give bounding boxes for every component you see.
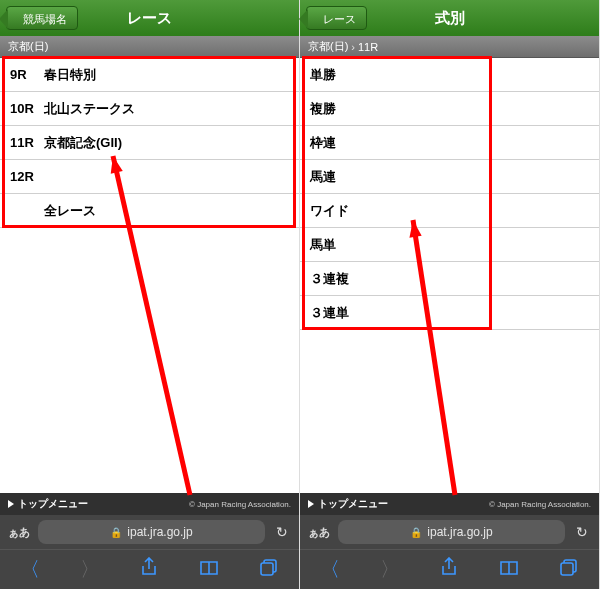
bottom-bar: トップメニュー © Japan Racing Association. [300,493,599,515]
screen-race-list: 競馬場名 レース 京都(日) 9R春日特別10R北山ステークス11R京都記念(G… [0,0,300,589]
reload-icon[interactable]: ↻ [571,524,593,540]
topbar: 競馬場名 レース [0,0,299,36]
safari-address-bar: ぁあ 🔒 ipat.jra.go.jp ↻ [0,515,299,549]
list-item[interactable]: 単勝 [300,58,599,92]
text-size-button[interactable]: ぁあ [6,525,32,540]
bet-type-name: 馬連 [310,168,589,186]
safari-toolbar: 〈 〉 [300,549,599,589]
list-item[interactable]: 10R北山ステークス [0,92,299,126]
list-item[interactable]: 枠連 [300,126,599,160]
screen-bet-type: レース 式別 京都(日) › 11R 単勝複勝枠連馬連ワイド馬単３連複３連単 ト… [300,0,600,589]
list-item[interactable]: ３連複 [300,262,599,296]
list-item[interactable]: 馬連 [300,160,599,194]
url-text: ipat.jra.go.jp [427,525,492,539]
race-name: 全レース [44,202,289,220]
reload-icon[interactable]: ↻ [271,524,293,540]
lock-icon: 🔒 [110,527,122,538]
bottom-bar: トップメニュー © Japan Racing Association. [0,493,299,515]
top-menu-link[interactable]: トップメニュー [308,497,388,511]
top-menu-label: トップメニュー [18,497,88,511]
bookmarks-button[interactable] [194,558,224,581]
list-item[interactable]: ３連単 [300,296,599,330]
list-item[interactable]: ワイド [300,194,599,228]
nav-back-button[interactable]: 〈 [15,556,45,583]
list-item[interactable]: 複勝 [300,92,599,126]
triangle-icon [8,500,14,508]
safari-address-bar: ぁあ 🔒 ipat.jra.go.jp ↻ [300,515,599,549]
race-list: 9R春日特別10R北山ステークス11R京都記念(GII)12R全レース [0,58,299,493]
url-field[interactable]: 🔒 ipat.jra.go.jp [338,520,565,544]
race-number: 12R [10,169,44,184]
tabs-button[interactable] [554,558,584,581]
list-item[interactable]: 12R [0,160,299,194]
list-item[interactable]: 馬単 [300,228,599,262]
race-name: 春日特別 [44,66,289,84]
breadcrumb-item: 11R [358,41,378,53]
url-field[interactable]: 🔒 ipat.jra.go.jp [38,520,265,544]
back-button[interactable]: 競馬場名 [6,6,78,30]
race-number: 9R [10,67,44,82]
tabs-button[interactable] [254,558,284,581]
share-button[interactable] [134,557,164,582]
race-name: 北山ステークス [44,100,289,118]
lock-icon: 🔒 [410,527,422,538]
nav-forward-button[interactable]: 〉 [75,556,105,583]
bet-type-name: ３連複 [310,270,589,288]
copyright: © Japan Racing Association. [189,500,291,509]
breadcrumb: 京都(日) [0,36,299,58]
topbar: レース 式別 [300,0,599,36]
share-button[interactable] [434,557,464,582]
bookmarks-button[interactable] [494,558,524,581]
breadcrumb-item: 京都(日) [8,39,48,54]
list-item[interactable]: 11R京都記念(GII) [0,126,299,160]
breadcrumb-item: 京都(日) [308,39,348,54]
top-menu-label: トップメニュー [318,497,388,511]
bet-type-name: 単勝 [310,66,589,84]
list-item[interactable]: 全レース [0,194,299,228]
bet-type-name: 枠連 [310,134,589,152]
text-size-button[interactable]: ぁあ [306,525,332,540]
bet-type-list: 単勝複勝枠連馬連ワイド馬単３連複３連単 [300,58,599,493]
race-number: 10R [10,101,44,116]
race-number: 11R [10,135,44,150]
bet-type-name: ワイド [310,202,589,220]
copyright: © Japan Racing Association. [489,500,591,509]
list-item[interactable]: 9R春日特別 [0,58,299,92]
svg-rect-7 [561,563,573,575]
nav-forward-button[interactable]: 〉 [375,556,405,583]
svg-rect-3 [261,563,273,575]
bet-type-name: ３連単 [310,304,589,322]
bet-type-name: 馬単 [310,236,589,254]
breadcrumb-sep: › [351,41,355,53]
race-name: 京都記念(GII) [44,134,289,152]
bet-type-name: 複勝 [310,100,589,118]
nav-back-button[interactable]: 〈 [315,556,345,583]
breadcrumb: 京都(日) › 11R [300,36,599,58]
triangle-icon [308,500,314,508]
safari-toolbar: 〈 〉 [0,549,299,589]
top-menu-link[interactable]: トップメニュー [8,497,88,511]
url-text: ipat.jra.go.jp [127,525,192,539]
back-button[interactable]: レース [306,6,367,30]
